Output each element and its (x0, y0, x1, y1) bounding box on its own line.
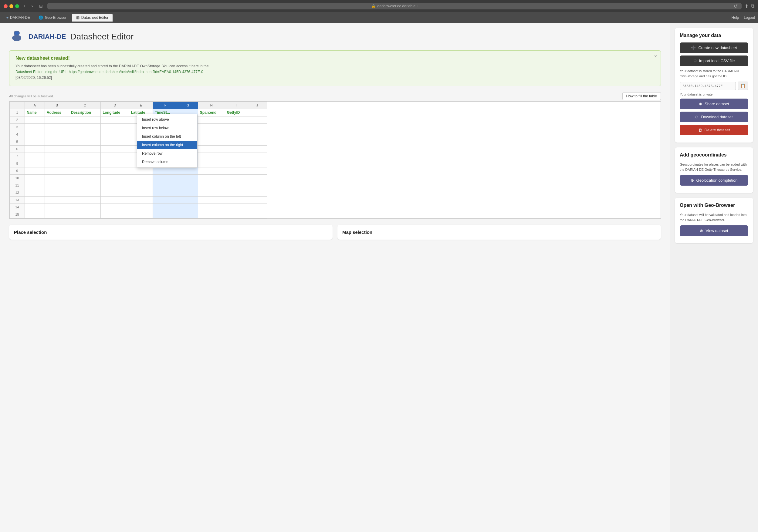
cell-13-3[interactable] (101, 196, 129, 204)
cell-14-6[interactable] (178, 204, 198, 211)
cell-13-9[interactable] (247, 196, 267, 204)
cell-6-0[interactable] (25, 145, 45, 152)
reload-button[interactable]: ↺ (732, 3, 739, 10)
cell-6-7[interactable] (198, 145, 225, 152)
cell-3-3[interactable] (101, 123, 129, 131)
cell-15-2[interactable] (69, 211, 101, 218)
cell-14-7[interactable] (198, 204, 225, 211)
cell-12-4[interactable] (129, 189, 153, 196)
cell-4-0[interactable] (25, 131, 45, 138)
cell-3-2[interactable] (69, 123, 101, 131)
expand-button[interactable]: ⧉ (751, 3, 754, 9)
back-button[interactable]: ‹ (22, 3, 27, 9)
cell-5-7[interactable] (198, 138, 225, 145)
cell-5-3[interactable] (101, 138, 129, 145)
col-header-e[interactable]: E (129, 102, 153, 109)
cell-9-6[interactable] (178, 167, 198, 174)
cell-10-3[interactable] (101, 174, 129, 182)
delete-dataset-button[interactable]: 🗑 Delete dataset (680, 125, 748, 135)
geolocation-button[interactable]: ⊕ Geolocation completion (680, 175, 748, 185)
cell-9-9[interactable] (247, 167, 267, 174)
cell-9-1[interactable] (45, 167, 69, 174)
cell-9-8[interactable] (225, 167, 247, 174)
cell-11-7[interactable] (198, 182, 225, 189)
cell-11-6[interactable] (178, 182, 198, 189)
col-header-i[interactable]: I (225, 102, 247, 109)
cell-7-1[interactable] (45, 152, 69, 160)
cell-14-3[interactable] (101, 204, 129, 211)
cell-i1[interactable]: GettyID (225, 109, 247, 116)
cell-11-0[interactable] (25, 182, 45, 189)
cell-3-0[interactable] (25, 123, 45, 131)
cell-2-9[interactable] (247, 116, 267, 123)
share-dataset-button[interactable]: ⊕ Share dataset (680, 99, 748, 109)
cell-b1[interactable]: Address (45, 109, 69, 116)
cell-13-6[interactable] (178, 196, 198, 204)
cell-6-3[interactable] (101, 145, 129, 152)
cell-8-8[interactable] (225, 160, 247, 167)
cell-3-1[interactable] (45, 123, 69, 131)
how-to-button[interactable]: How to fill the table (622, 92, 661, 100)
cell-2-7[interactable] (198, 116, 225, 123)
cell-4-9[interactable] (247, 131, 267, 138)
maximize-button[interactable] (15, 4, 19, 8)
cell-7-8[interactable] (225, 152, 247, 160)
download-dataset-button[interactable]: ⊙ Download dataset (680, 112, 748, 122)
cell-14-0[interactable] (25, 204, 45, 211)
ctx-insert-col-right[interactable]: Insert column on the right (137, 141, 197, 149)
copy-id-button[interactable]: 📋 (738, 82, 748, 90)
cell-2-8[interactable] (225, 116, 247, 123)
cell-15-5[interactable] (153, 211, 178, 218)
cell-7-2[interactable] (69, 152, 101, 160)
cell-9-2[interactable] (69, 167, 101, 174)
cell-12-8[interactable] (225, 189, 247, 196)
cell-13-2[interactable] (69, 196, 101, 204)
share-button[interactable]: ⬆ (745, 3, 749, 9)
cell-14-4[interactable] (129, 204, 153, 211)
cell-15-1[interactable] (45, 211, 69, 218)
cell-14-9[interactable] (247, 204, 267, 211)
tab-geo-browser[interactable]: 🌐 Geo-Browser (34, 14, 71, 21)
cell-4-1[interactable] (45, 131, 69, 138)
cell-5-9[interactable] (247, 138, 267, 145)
cell-7-7[interactable] (198, 152, 225, 160)
cell-11-5[interactable] (153, 182, 178, 189)
cell-11-4[interactable] (129, 182, 153, 189)
cell-11-2[interactable] (69, 182, 101, 189)
cell-14-5[interactable] (153, 204, 178, 211)
cell-8-7[interactable] (198, 160, 225, 167)
forward-button[interactable]: › (30, 3, 34, 9)
spreadsheet-container[interactable]: A B C D E F G H I J 1 Name Address (9, 101, 661, 219)
cell-12-5[interactable] (153, 189, 178, 196)
cell-10-8[interactable] (225, 174, 247, 182)
help-link[interactable]: Help (732, 16, 739, 20)
col-header-b[interactable]: B (45, 102, 69, 109)
sidebar-toggle-button[interactable]: ⊞ (38, 3, 44, 9)
cell-9-3[interactable] (101, 167, 129, 174)
cell-15-0[interactable] (25, 211, 45, 218)
cell-4-3[interactable] (101, 131, 129, 138)
cell-5-1[interactable] (45, 138, 69, 145)
cell-6-9[interactable] (247, 145, 267, 152)
cell-7-0[interactable] (25, 152, 45, 160)
cell-8-2[interactable] (69, 160, 101, 167)
cell-10-6[interactable] (178, 174, 198, 182)
cell-14-8[interactable] (225, 204, 247, 211)
cell-10-9[interactable] (247, 174, 267, 182)
cell-12-2[interactable] (69, 189, 101, 196)
cell-10-7[interactable] (198, 174, 225, 182)
cell-3-9[interactable] (247, 123, 267, 131)
dataset-id-input[interactable] (680, 82, 736, 90)
cell-4-2[interactable] (69, 131, 101, 138)
cell-13-5[interactable] (153, 196, 178, 204)
cell-6-8[interactable] (225, 145, 247, 152)
cell-8-0[interactable] (25, 160, 45, 167)
ctx-insert-row-below[interactable]: Insert row below (137, 124, 197, 132)
cell-11-3[interactable] (101, 182, 129, 189)
cell-13-0[interactable] (25, 196, 45, 204)
cell-5-2[interactable] (69, 138, 101, 145)
cell-9-5[interactable] (153, 167, 178, 174)
cell-12-1[interactable] (45, 189, 69, 196)
cell-12-6[interactable] (178, 189, 198, 196)
cell-12-7[interactable] (198, 189, 225, 196)
